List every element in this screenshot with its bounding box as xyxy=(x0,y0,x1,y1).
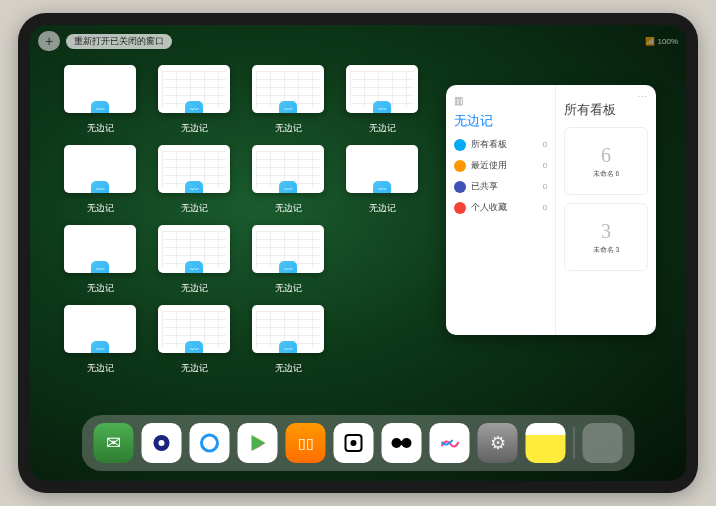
category-label: 已共享 xyxy=(471,180,498,193)
category-list: 所有看板0最近使用0已共享0个人收藏0 xyxy=(454,138,547,214)
svg-rect-10 xyxy=(397,441,407,445)
freeform-app-icon xyxy=(373,101,391,113)
freeform-app-icon xyxy=(91,101,109,113)
app-thumbnail[interactable]: 无边记 xyxy=(154,145,234,215)
dock-quark1-icon[interactable] xyxy=(142,423,182,463)
thumbnail-preview xyxy=(252,305,324,353)
thumbnail-preview xyxy=(158,225,230,273)
thumbnail-label: 无边记 xyxy=(275,362,302,375)
thumbnail-preview xyxy=(252,65,324,113)
app-thumbnail[interactable]: 无边记 xyxy=(248,305,328,375)
category-icon xyxy=(454,160,466,172)
dock-books-icon[interactable]: ▯▯ xyxy=(286,423,326,463)
panel-boards: 所有看板 6未命名 63未命名 3 xyxy=(555,85,656,335)
board-card[interactable]: 6未命名 6 xyxy=(564,127,648,195)
panel-sidebar: ▥ 无边记 所有看板0最近使用0已共享0个人收藏0 xyxy=(446,85,555,335)
app-thumbnail[interactable]: 无边记 xyxy=(60,225,140,295)
thumbnail-preview xyxy=(158,65,230,113)
thumbnail-label: 无边记 xyxy=(87,282,114,295)
reopen-closed-window-button[interactable]: 重新打开已关闭的窗口 xyxy=(66,34,172,49)
dock-quark2-icon[interactable] xyxy=(190,423,230,463)
battery-label: 100% xyxy=(658,37,678,46)
thumbnail-preview xyxy=(158,305,230,353)
thumbnail-preview xyxy=(346,65,418,113)
app-thumbnail[interactable]: 无边记 xyxy=(60,65,140,135)
status-icons: 📶 100% xyxy=(645,37,678,46)
category-label: 所有看板 xyxy=(471,138,507,151)
category-item[interactable]: 最近使用0 xyxy=(454,159,547,172)
dock-recent-apps[interactable] xyxy=(583,423,623,463)
freeform-app-panel[interactable]: ⋯ ▥ 无边记 所有看板0最近使用0已共享0个人收藏0 所有看板 6未命名 63… xyxy=(446,85,656,335)
category-item[interactable]: 个人收藏0 xyxy=(454,201,547,214)
freeform-app-icon xyxy=(185,181,203,193)
top-bar: + 重新打开已关闭的窗口 📶 100% xyxy=(38,31,678,51)
svg-marker-3 xyxy=(252,435,266,451)
board-label: 未命名 6 xyxy=(593,169,620,179)
dock-settings-icon[interactable]: ⚙ xyxy=(478,423,518,463)
app-thumbnail[interactable]: 无边记 xyxy=(248,65,328,135)
dock-notes-icon[interactable] xyxy=(526,423,566,463)
category-label: 个人收藏 xyxy=(471,201,507,214)
app-thumbnail[interactable]: 无边记 xyxy=(342,65,422,135)
freeform-app-icon xyxy=(373,181,391,193)
app-thumbnail[interactable]: 无边记 xyxy=(342,145,422,215)
app-thumbnail[interactable]: 无边记 xyxy=(154,65,234,135)
app-thumbnail[interactable]: 无边记 xyxy=(60,305,140,375)
dock-barbell-icon[interactable] xyxy=(382,423,422,463)
freeform-app-icon xyxy=(279,261,297,273)
wifi-icon: 📶 xyxy=(645,37,655,46)
more-icon[interactable]: ⋯ xyxy=(637,91,648,102)
thumbnail-label: 无边记 xyxy=(369,122,396,135)
category-label: 最近使用 xyxy=(471,159,507,172)
dock-wechat-icon[interactable]: ✉ xyxy=(94,423,134,463)
thumbnail-preview xyxy=(64,225,136,273)
sidebar-icon: ▥ xyxy=(454,95,463,106)
new-window-button[interactable]: + xyxy=(38,31,60,51)
thumbnail-label: 无边记 xyxy=(181,362,208,375)
thumbnail-label: 无边记 xyxy=(181,122,208,135)
freeform-app-icon xyxy=(279,181,297,193)
thumbnail-preview xyxy=(158,145,230,193)
svg-point-1 xyxy=(159,440,165,446)
dock-freeform-icon[interactable] xyxy=(430,423,470,463)
thumbnail-preview xyxy=(252,145,324,193)
category-count: 0 xyxy=(543,140,547,149)
thumbnail-label: 无边记 xyxy=(87,362,114,375)
thumbnail-preview xyxy=(64,305,136,353)
app-thumbnail[interactable]: 无边记 xyxy=(248,225,328,295)
board-preview: 6 xyxy=(601,144,611,167)
app-thumbnail[interactable]: 无边记 xyxy=(248,145,328,215)
thumbnail-label: 无边记 xyxy=(181,282,208,295)
app-thumbnail[interactable]: 无边记 xyxy=(154,305,234,375)
thumbnail-label: 无边记 xyxy=(275,282,302,295)
freeform-app-icon xyxy=(91,261,109,273)
board-card[interactable]: 3未命名 3 xyxy=(564,203,648,271)
app-thumbnail[interactable]: 无边记 xyxy=(60,145,140,215)
freeform-app-icon xyxy=(279,341,297,353)
thumbnail-label: 无边记 xyxy=(275,122,302,135)
ipad-frame: + 重新打开已关闭的窗口 📶 100% 无边记无边记无边记无边记无边记无边记无边… xyxy=(18,13,698,493)
board-label: 未命名 3 xyxy=(593,245,620,255)
freeform-app-icon xyxy=(91,341,109,353)
thumbnail-label: 无边记 xyxy=(275,202,302,215)
thumbnail-preview xyxy=(64,65,136,113)
category-item[interactable]: 已共享0 xyxy=(454,180,547,193)
category-item[interactable]: 所有看板0 xyxy=(454,138,547,151)
svg-point-7 xyxy=(351,440,357,446)
category-count: 0 xyxy=(543,161,547,170)
freeform-app-icon xyxy=(185,101,203,113)
svg-point-2 xyxy=(202,435,218,451)
app-thumbnail[interactable]: 无边记 xyxy=(154,225,234,295)
thumbnail-preview xyxy=(252,225,324,273)
dock: ✉▯▯⚙ xyxy=(82,415,635,471)
thumbnail-label: 无边记 xyxy=(181,202,208,215)
dock-play-icon[interactable] xyxy=(238,423,278,463)
thumbnail-label: 无边记 xyxy=(87,122,114,135)
dock-dot-icon[interactable] xyxy=(334,423,374,463)
thumbnail-label: 无边记 xyxy=(369,202,396,215)
category-count: 0 xyxy=(543,182,547,191)
category-icon xyxy=(454,181,466,193)
category-icon xyxy=(454,202,466,214)
freeform-app-icon xyxy=(91,181,109,193)
panel-title-left: 无边记 xyxy=(454,112,547,130)
